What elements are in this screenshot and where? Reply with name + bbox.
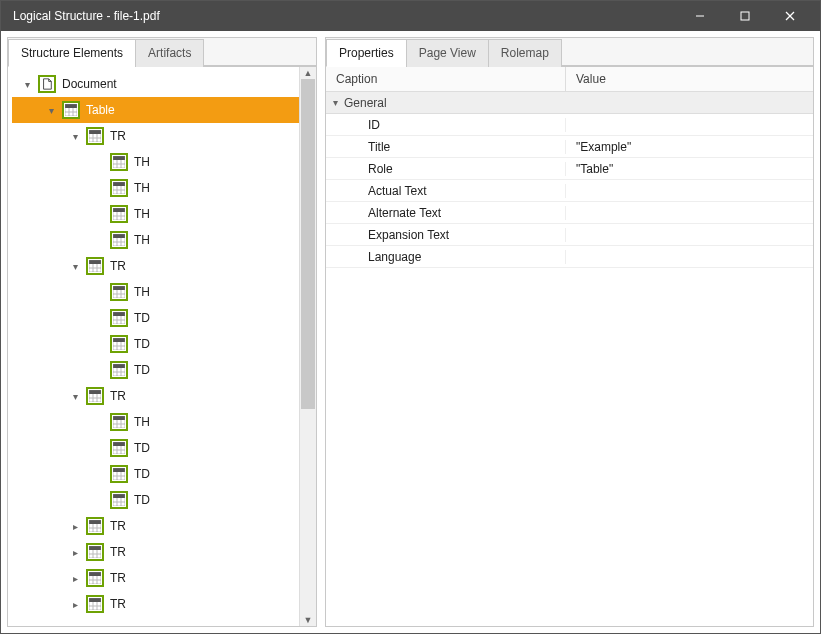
tree-node-label: Table bbox=[84, 103, 117, 117]
svg-rect-1 bbox=[741, 12, 749, 20]
tree-node-label: TH bbox=[132, 415, 152, 429]
window-title: Logical Structure - file-1.pdf bbox=[13, 9, 677, 23]
table-icon bbox=[110, 361, 128, 379]
tree-node-label: TH bbox=[132, 285, 152, 299]
table-icon bbox=[86, 517, 104, 535]
chevron-down-icon[interactable]: ▾ bbox=[68, 261, 82, 272]
structure-tree[interactable]: ▾Document▾Table▾TRTHTHTHTH▾TRTHTDTDTD▾TR… bbox=[8, 67, 299, 626]
table-icon bbox=[86, 387, 104, 405]
property-group-label: General bbox=[344, 96, 387, 110]
table-icon bbox=[110, 153, 128, 171]
property-row[interactable]: Alternate Text bbox=[326, 202, 813, 224]
tree-node[interactable]: TH bbox=[12, 175, 299, 201]
tab-rolemap[interactable]: Rolemap bbox=[488, 39, 562, 67]
svg-rect-35 bbox=[113, 234, 125, 238]
table-icon bbox=[110, 283, 128, 301]
property-row[interactable]: Expansion Text bbox=[326, 224, 813, 246]
svg-rect-77 bbox=[113, 416, 125, 420]
chevron-right-icon[interactable]: ▸ bbox=[68, 573, 82, 584]
property-row[interactable]: Language bbox=[326, 246, 813, 268]
scroll-thumb[interactable] bbox=[301, 79, 315, 409]
table-icon bbox=[86, 543, 104, 561]
tree-node[interactable]: ▸TR bbox=[12, 539, 299, 565]
svg-rect-53 bbox=[113, 312, 125, 316]
maximize-button[interactable] bbox=[722, 1, 767, 31]
property-row[interactable]: Role"Table" bbox=[326, 158, 813, 180]
tree-node-label: TD bbox=[132, 311, 152, 325]
tree-scrollbar[interactable]: ▲ ▼ bbox=[299, 67, 316, 626]
svg-rect-59 bbox=[113, 338, 125, 342]
property-caption: Actual Text bbox=[326, 184, 566, 198]
tree-node-label: TH bbox=[132, 233, 152, 247]
property-caption: Role bbox=[326, 162, 566, 176]
tab-properties[interactable]: Properties bbox=[326, 39, 407, 67]
svg-rect-41 bbox=[89, 260, 101, 264]
tree-node[interactable]: TD bbox=[12, 357, 299, 383]
tree-node-label: TD bbox=[132, 493, 152, 507]
right-tabs: Properties Page View Rolemap bbox=[326, 38, 813, 67]
tree-node[interactable]: ▸TR bbox=[12, 513, 299, 539]
tree-node[interactable]: TD bbox=[12, 305, 299, 331]
chevron-right-icon[interactable]: ▸ bbox=[68, 521, 82, 532]
table-icon bbox=[110, 231, 128, 249]
tree-node[interactable]: TH bbox=[12, 201, 299, 227]
svg-rect-17 bbox=[113, 156, 125, 160]
tree-node[interactable]: ▸TR bbox=[12, 591, 299, 617]
tree-node-label: TH bbox=[132, 207, 152, 221]
tree-node[interactable]: ▸TR bbox=[12, 565, 299, 591]
minimize-button[interactable] bbox=[677, 1, 722, 31]
property-value: "Table" bbox=[566, 162, 613, 176]
document-icon bbox=[38, 75, 56, 93]
property-row[interactable]: Actual Text bbox=[326, 180, 813, 202]
scroll-down-icon[interactable]: ▼ bbox=[300, 614, 316, 626]
tree-node[interactable]: TD bbox=[12, 487, 299, 513]
svg-rect-89 bbox=[113, 468, 125, 472]
tree-node[interactable]: ▾Table bbox=[12, 97, 299, 123]
tree-node[interactable]: TH bbox=[12, 227, 299, 253]
tab-page-view[interactable]: Page View bbox=[406, 39, 489, 67]
tree-node[interactable]: TD bbox=[12, 435, 299, 461]
property-group-general[interactable]: ▾ General bbox=[326, 92, 813, 114]
table-icon bbox=[110, 491, 128, 509]
svg-rect-119 bbox=[89, 598, 101, 602]
tree-node[interactable]: TD bbox=[12, 461, 299, 487]
tree-node-label: TR bbox=[108, 259, 128, 273]
property-row[interactable]: Title"Example" bbox=[326, 136, 813, 158]
tree-node-label: Document bbox=[60, 77, 119, 91]
table-icon bbox=[110, 439, 128, 457]
tree-node-label: TD bbox=[132, 467, 152, 481]
tab-structure-elements[interactable]: Structure Elements bbox=[8, 39, 136, 67]
chevron-down-icon: ▾ bbox=[326, 97, 344, 108]
tree-node-label: TR bbox=[108, 519, 128, 533]
tree-node[interactable]: TH bbox=[12, 279, 299, 305]
table-icon bbox=[110, 465, 128, 483]
table-icon bbox=[62, 101, 80, 119]
tree-node[interactable]: ▾TR bbox=[12, 253, 299, 279]
chevron-right-icon[interactable]: ▸ bbox=[68, 547, 82, 558]
svg-rect-101 bbox=[89, 520, 101, 524]
chevron-down-icon[interactable]: ▾ bbox=[20, 79, 34, 90]
close-button[interactable] bbox=[767, 1, 812, 31]
tree-node[interactable]: TH bbox=[12, 409, 299, 435]
tree-node-label: TH bbox=[132, 155, 152, 169]
property-value: "Example" bbox=[566, 140, 631, 154]
chevron-down-icon[interactable]: ▾ bbox=[68, 131, 82, 142]
chevron-right-icon[interactable]: ▸ bbox=[68, 599, 82, 610]
property-row[interactable]: ID bbox=[326, 114, 813, 136]
svg-rect-11 bbox=[89, 130, 101, 134]
tree-node[interactable]: ▾Document bbox=[12, 71, 299, 97]
chevron-down-icon[interactable]: ▾ bbox=[44, 105, 58, 116]
tree-node[interactable]: TD bbox=[12, 331, 299, 357]
table-icon bbox=[86, 569, 104, 587]
tree-node[interactable]: TH bbox=[12, 149, 299, 175]
tree-node[interactable]: ▾TR bbox=[12, 383, 299, 409]
scroll-up-icon[interactable]: ▲ bbox=[300, 67, 316, 79]
tree-node[interactable]: ▾TR bbox=[12, 123, 299, 149]
properties-body: ▾ General IDTitle"Example"Role"Table"Act… bbox=[326, 92, 813, 626]
tab-artifacts[interactable]: Artifacts bbox=[135, 39, 204, 67]
svg-rect-113 bbox=[89, 572, 101, 576]
table-icon bbox=[86, 257, 104, 275]
chevron-down-icon[interactable]: ▾ bbox=[68, 391, 82, 402]
svg-rect-83 bbox=[113, 442, 125, 446]
svg-rect-23 bbox=[113, 182, 125, 186]
